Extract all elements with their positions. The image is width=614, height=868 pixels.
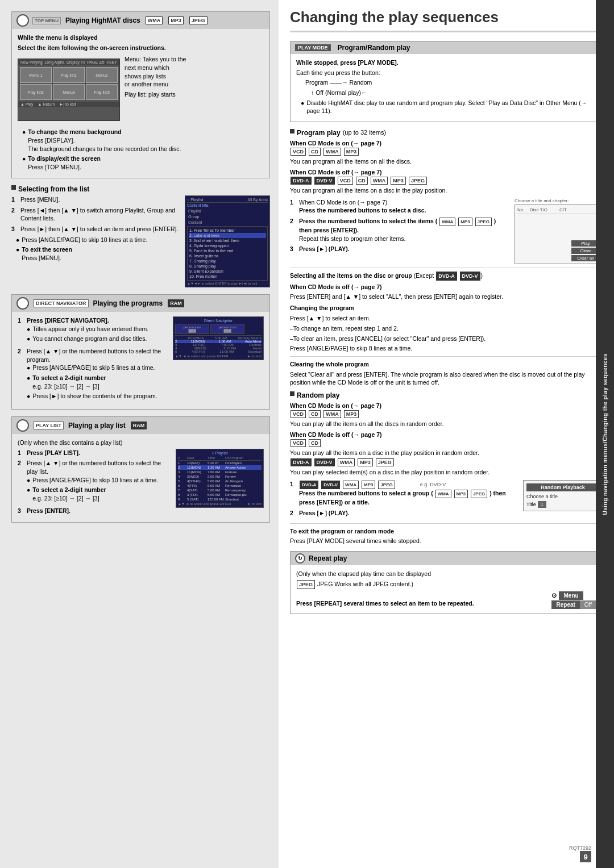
wma-badge: WMA (146, 16, 163, 24)
jpeg-badge: JPEG (189, 16, 208, 24)
rnd-when-cd-off: When CD Mode is off (→ page 7) (290, 431, 512, 438)
rnd-cd-on-badges: VCD CD WMA MP3 (290, 410, 512, 418)
rnd-vcd-cd-badge: VCD CD (290, 439, 512, 447)
dvdv-r2: DVD-V (321, 481, 340, 489)
program-random-header: PLAY MODE Program/Random play (291, 41, 602, 54)
bullet-exit: ● To display/exit the screen Press [TOP … (18, 155, 264, 171)
exit-heading: To exit the program or random mode (290, 528, 394, 535)
cd-badge-2: CD (356, 177, 368, 185)
jpeg-note: JPEG JPEG Works with all JPEG content.) (296, 580, 596, 590)
when-cd-off-heading: When CD Mode is off (→ page 7) (290, 169, 509, 176)
each-time-label: Each time you press the button: (296, 69, 596, 77)
menu-icon-row: ⊙ Menu (551, 591, 596, 600)
pl-skip: ●Press [ANGLE/PAGE] to skip 10 lines at … (27, 476, 171, 485)
cd-r2: CD (309, 439, 321, 447)
program-steps: 1 When CD Mode is on (→ page 7)Press the… (290, 198, 509, 264)
pl-step-1: 1Press [PLAY LIST]. (18, 449, 171, 457)
wma-inline: WMA (439, 218, 455, 226)
highmat-header: TOP MENU Playing HighMAT discs WMA MP3 J… (12, 12, 269, 29)
select-skip-bullet: ● Press [ANGLE/PAGE] to skip 10 lines at… (11, 236, 180, 244)
selecting-all-heading: Selecting all the items on the disc or g… (290, 272, 603, 281)
program-play-heading: Program play (up to 32 items) (290, 129, 603, 137)
step-2-select: 2 Press [◄] then [▲ ▼] to switch among P… (11, 206, 180, 223)
playlist-content: (Only when the disc contains a play list… (12, 434, 269, 522)
program-random-content: While stopped, press [PLAY MODE]. Each t… (291, 54, 602, 122)
repeat-title: Repeat play (309, 554, 347, 562)
model-code: RQT7292 (569, 845, 591, 851)
program-screenshot: Choose a title and chapter: No.Disc T/GC… (515, 198, 603, 264)
mp3-inline: MP3 (458, 218, 472, 226)
press-repeat: Press [REPEAT] several times to select a… (296, 600, 474, 607)
changing-program-heading: Changing the program (290, 304, 354, 311)
when-cd-off-ref: When CD Mode is off (→ page 7) (290, 283, 603, 291)
repeat-header: ↻ Repeat play (291, 552, 602, 565)
highmat-content: While the menu is displayed Select the i… (12, 29, 269, 178)
rnd-step-2: 2Press [►] (PLAY). (290, 509, 517, 518)
sequence-text: Program ——→ Random (296, 78, 596, 87)
clearing-heading: Clearing the whole program (290, 361, 369, 368)
clearing-desc: Select "Clear all" and press [ENTER]. Th… (290, 370, 603, 387)
eg-dvdv: e.g. DVD-V (420, 482, 446, 487)
while-menu-text: While the menu is displayed (18, 34, 98, 41)
jpeg-badge-2: JPEG (409, 177, 427, 185)
pl-2digit: ● To select a 2-digit numbere.g. 23: [≥1… (27, 486, 171, 502)
ram-badge-2: RAM (131, 422, 147, 429)
playlist-section: PLAY LIST Playing a play list RAM (Only … (11, 416, 270, 523)
direct-nav-label: DIRECT NAVIGATOR (34, 299, 89, 307)
dvda-badge-2: DVD-A (436, 272, 457, 281)
black-bullet-3 (290, 391, 294, 396)
pp-step-2: 2 Press the numbered buttons to select t… (290, 217, 509, 243)
page-title: Changing the play sequences (290, 9, 603, 32)
prog-2digit: ● To select a 2-digit numbere.g. 23: [≥1… (27, 374, 168, 390)
select-instruction: Select the item following the on-screen … (18, 44, 166, 51)
black-bullet-1 (11, 185, 16, 190)
sidebar-text: Using navigation menus/Changing the play… (602, 353, 608, 515)
repeat-content: (Only when the elapsed play time can be … (291, 565, 602, 614)
playlist-circle (16, 419, 29, 432)
jpeg-inline: JPEG (475, 218, 492, 226)
wma-badge-3: WMA (371, 177, 388, 185)
programs-title: Playing the programs (93, 299, 163, 307)
random-play-title: Random play (297, 391, 339, 399)
mp3-r3: MP3 (362, 481, 375, 489)
menu-description: Menu: Takes you to thenext menu whichsho… (125, 55, 186, 124)
rnd-dvd-desc: You can play selected item(s) on a disc … (290, 468, 512, 477)
change-item: Press [▲ ▼] to select an item. (290, 314, 603, 323)
vcd-r2: VCD (291, 439, 306, 447)
sep-3 (290, 523, 603, 524)
jpeg-r3: JPEG (378, 481, 395, 489)
top-menu-label: TOP MENU (32, 17, 61, 24)
playlist-screenshot-area: ○ PlaylistAll By Artist Content title: P… (185, 195, 270, 287)
playlist-note: (Only when the disc contains a play list… (18, 439, 264, 447)
cd-off-desc: You can program all the items on a disc … (290, 186, 509, 195)
wma-r1: WMA (323, 410, 341, 418)
program-play-title: Program play (297, 129, 341, 137)
wma-r3: WMA (343, 481, 359, 489)
jpeg-r4: JPEG (471, 490, 487, 498)
selecting-list-section: Selecting from the list 1 Press [MENU]. … (11, 185, 270, 287)
off-label-box: Off (580, 600, 596, 609)
dvdv-r: DVD-V (314, 458, 335, 466)
mp3-r4: MP3 (454, 490, 468, 498)
rnd-dvd-badges: DVD-A DVD-V WMA MP3 JPEG (290, 458, 512, 466)
jpeg-r2: JPEG (376, 458, 394, 466)
playlist-title: Playing a play list (68, 422, 126, 429)
random-steps-area: 1 DVD-A DVD-V WMA MP3 JPEG e.g. DVD-V Pr… (290, 480, 603, 520)
change-item-3: –To clear an item, press [CANCEL] (or se… (290, 335, 603, 343)
prog-bullet-2: ●You cannot change program and disc titl… (27, 335, 148, 343)
programs-content: Direct Navigator person icon▓▓▓ person i… (12, 312, 269, 409)
highmat-title: Playing HighMAT discs (65, 16, 140, 24)
dvdv-badge-2: DVD-V (460, 272, 480, 281)
wma-r4: WMA (435, 490, 451, 498)
pp-step-1: 1 When CD Mode is on (→ page 7)Press the… (290, 198, 509, 215)
repeat-label-box: Repeat (551, 600, 579, 609)
navigator-screenshot-area: Direct Navigator person icon▓▓▓ person i… (173, 316, 264, 360)
dvda-r: DVD-A (291, 458, 312, 466)
pp-step-3: 3Press [►] (PLAY). (290, 245, 509, 253)
repeat-bottom: Press [REPEAT] several times to select a… (296, 591, 596, 609)
mp3-badge-3: MP3 (391, 177, 406, 185)
program-random-title: Program/Random play (338, 44, 410, 52)
page-number: 9 (580, 851, 591, 862)
vcd-badge: VCD (291, 148, 306, 156)
repeat-section: ↻ Repeat play (Only when the elapsed pla… (290, 551, 603, 614)
